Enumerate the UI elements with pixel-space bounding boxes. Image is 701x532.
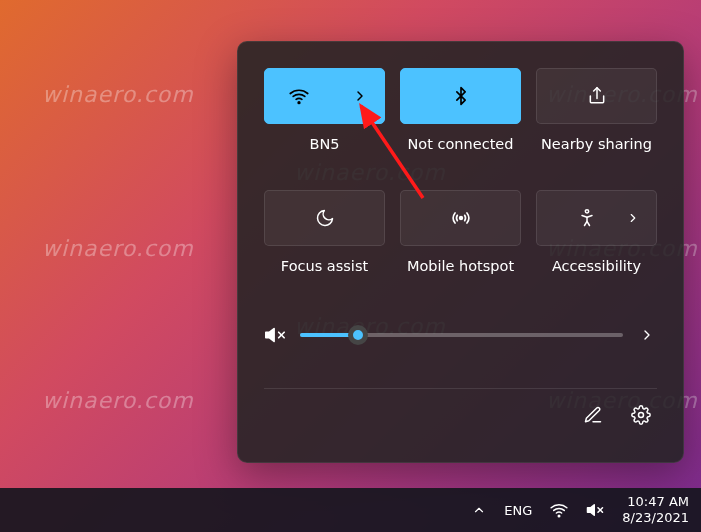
tile-wrap-wifi: BN5 — [264, 68, 385, 152]
tile-accessibility-label: Accessibility — [552, 258, 641, 274]
svg-point-6 — [639, 413, 644, 418]
tray-time-text: 10:47 AM — [627, 494, 689, 510]
tile-wrap-focus-assist: Focus assist — [264, 190, 385, 274]
tile-wrap-bluetooth: Not connected — [400, 68, 521, 152]
svg-marker-3 — [266, 329, 274, 342]
tile-wrap-accessibility: Accessibility — [536, 190, 657, 274]
divider — [264, 388, 657, 389]
hotspot-icon — [450, 207, 472, 229]
svg-point-1 — [459, 217, 462, 220]
tile-nearby-sharing-label: Nearby sharing — [541, 136, 652, 152]
tile-accessibility[interactable] — [536, 190, 657, 246]
volume-flyout-button[interactable] — [637, 327, 657, 343]
tile-mobile-hotspot-label: Mobile hotspot — [407, 258, 514, 274]
tray-network-button[interactable] — [550, 501, 568, 519]
tray-date-text: 8/23/2021 — [622, 510, 689, 526]
share-icon — [587, 86, 607, 106]
watermark-text: winaero.com — [42, 82, 194, 107]
wifi-expand-button[interactable] — [352, 88, 368, 104]
tiles-row-1: BN5 Not connected Nearby sharing — [264, 68, 657, 152]
taskbar: ENG 10:47 AM 8/23/2021 — [0, 488, 701, 532]
tray-language-button[interactable]: ENG — [504, 503, 532, 518]
watermark-text: winaero.com — [42, 236, 194, 261]
moon-icon — [315, 208, 335, 228]
bluetooth-icon — [451, 86, 471, 106]
tile-wifi[interactable] — [264, 68, 385, 124]
settings-button[interactable] — [631, 405, 651, 425]
bottom-actions — [264, 405, 657, 425]
svg-point-2 — [585, 210, 588, 213]
volume-slider-thumb[interactable] — [348, 325, 368, 345]
svg-marker-9 — [588, 505, 595, 516]
tiles-row-2: Focus assist Mobile hotspot Accessibilit… — [264, 190, 657, 274]
tile-nearby-sharing[interactable] — [536, 68, 657, 124]
wifi-icon — [289, 86, 309, 106]
watermark-text: winaero.com — [42, 388, 194, 413]
tile-wrap-nearby-sharing: Nearby sharing — [536, 68, 657, 152]
tile-bluetooth-label: Not connected — [408, 136, 514, 152]
svg-point-0 — [298, 102, 300, 104]
tile-focus-assist-label: Focus assist — [281, 258, 368, 274]
tray-clock-button[interactable]: 10:47 AM 8/23/2021 — [622, 494, 689, 527]
quick-settings-panel: BN5 Not connected Nearby sharing — [237, 41, 684, 463]
tile-wrap-mobile-hotspot: Mobile hotspot — [400, 190, 521, 274]
accessibility-icon — [577, 208, 597, 228]
edit-quick-settings-button[interactable] — [583, 405, 603, 425]
tile-mobile-hotspot[interactable] — [400, 190, 521, 246]
svg-point-8 — [559, 515, 561, 517]
tile-wifi-label: BN5 — [309, 136, 339, 152]
accessibility-expand-button[interactable] — [626, 211, 640, 225]
volume-row — [264, 324, 657, 346]
tray-overflow-button[interactable] — [472, 503, 486, 517]
tile-focus-assist[interactable] — [264, 190, 385, 246]
tray-volume-button[interactable] — [586, 501, 604, 519]
volume-slider[interactable] — [300, 333, 623, 337]
volume-mute-button[interactable] — [264, 324, 286, 346]
tile-bluetooth[interactable] — [400, 68, 521, 124]
